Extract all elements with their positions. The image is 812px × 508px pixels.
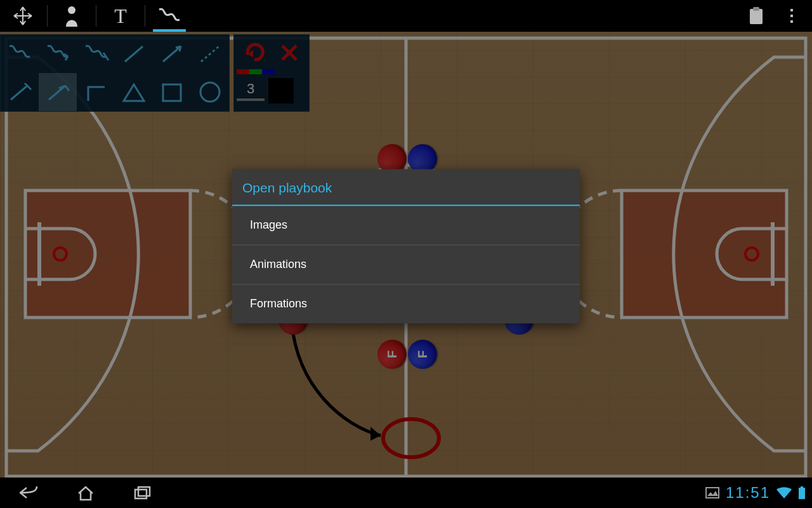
tool-draw[interactable] bbox=[149, 0, 190, 32]
dialog-item-formations[interactable]: Formations bbox=[232, 284, 580, 323]
divider bbox=[47, 5, 48, 27]
dialog-title: Open playbook bbox=[232, 169, 580, 204]
divider bbox=[96, 5, 96, 27]
svg-rect-30 bbox=[138, 487, 150, 496]
svg-rect-1 bbox=[750, 9, 763, 24]
overflow-menu[interactable] bbox=[774, 0, 809, 32]
action-bar: T bbox=[0, 0, 812, 32]
svg-rect-33 bbox=[799, 488, 805, 499]
divider bbox=[145, 5, 145, 27]
svg-rect-31 bbox=[706, 488, 719, 498]
picture-icon bbox=[705, 487, 719, 498]
dialog-item-images[interactable]: Images bbox=[232, 206, 580, 245]
svg-point-0 bbox=[68, 6, 75, 14]
back-button[interactable] bbox=[0, 478, 57, 508]
svg-rect-3 bbox=[790, 9, 793, 11]
status-bar: 11:51 bbox=[705, 484, 812, 502]
tool-move[interactable] bbox=[3, 0, 43, 32]
svg-rect-2 bbox=[753, 7, 759, 11]
svg-rect-32 bbox=[801, 486, 803, 488]
tool-player[interactable] bbox=[51, 0, 92, 32]
open-playbook-dialog: Open playbook Images Animations Formatio… bbox=[232, 169, 580, 323]
dialog-item-animations[interactable]: Animations bbox=[232, 245, 580, 284]
battery-icon bbox=[798, 486, 806, 499]
tool-text[interactable]: T bbox=[100, 0, 141, 32]
svg-rect-4 bbox=[790, 15, 793, 17]
clipboard-button[interactable] bbox=[738, 0, 774, 32]
recents-button[interactable] bbox=[114, 478, 171, 508]
system-navbar: 11:51 bbox=[0, 478, 812, 508]
home-button[interactable] bbox=[57, 478, 114, 508]
svg-rect-5 bbox=[790, 20, 793, 23]
clock: 11:51 bbox=[726, 484, 770, 502]
wifi-icon bbox=[776, 487, 792, 498]
svg-rect-29 bbox=[135, 490, 147, 498]
